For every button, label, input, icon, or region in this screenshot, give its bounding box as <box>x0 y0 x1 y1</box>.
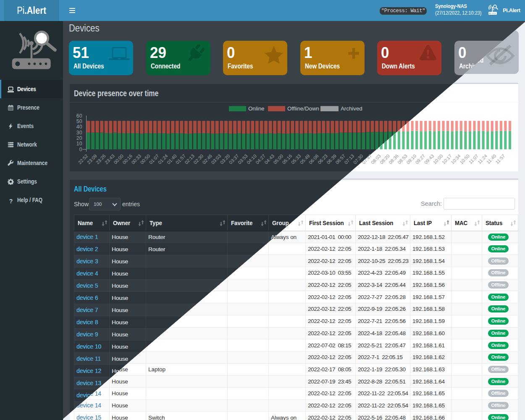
svg-text:20: 20 <box>76 135 82 141</box>
svg-text:11:24: 11:24 <box>477 153 488 165</box>
svg-text:11:57: 11:57 <box>494 153 506 165</box>
svg-text:02:13: 02:13 <box>184 153 195 165</box>
svg-text:00:00: 00:00 <box>113 153 124 165</box>
svg-text:11:40: 11:40 <box>486 153 497 165</box>
svg-text:Offline/Down: Offline/Down <box>287 105 319 112</box>
svg-text:00:33: 00:33 <box>130 153 142 165</box>
svg-text:23:26: 23:26 <box>95 153 107 165</box>
svg-text:50: 50 <box>76 118 82 124</box>
svg-text:08:36: 08:36 <box>388 153 399 165</box>
svg-text:08:53: 08:53 <box>396 153 408 165</box>
svg-text:06:57: 06:57 <box>334 153 346 165</box>
svg-text:00:16: 00:16 <box>121 153 133 165</box>
svg-text:10:50: 10:50 <box>459 153 470 165</box>
svg-text:00:50: 00:50 <box>139 153 151 165</box>
svg-text:01:07: 01:07 <box>148 153 160 165</box>
svg-text:06:39: 06:39 <box>326 153 337 165</box>
svg-text:03:03: 03:03 <box>210 153 222 165</box>
svg-text:Online: Online <box>248 105 264 112</box>
svg-text:08:03: 08:03 <box>370 153 382 165</box>
svg-text:10:00: 10:00 <box>432 153 444 165</box>
svg-text:09:43: 09:43 <box>423 153 435 165</box>
svg-text:06:06: 06:06 <box>308 153 320 165</box>
svg-text:04:43: 04:43 <box>263 153 275 165</box>
svg-text:30: 30 <box>76 130 82 136</box>
svg-text:10: 10 <box>76 141 82 147</box>
svg-text:0: 0 <box>79 147 82 152</box>
svg-text:09:10: 09:10 <box>405 153 417 165</box>
svg-text:05:33: 05:33 <box>290 153 302 165</box>
svg-text:Archived: Archived <box>341 105 362 112</box>
svg-text:05:00: 05:00 <box>272 153 284 165</box>
svg-text:01:40: 01:40 <box>166 153 178 165</box>
svg-text:05:49: 05:49 <box>299 153 311 165</box>
svg-text:09:27: 09:27 <box>414 153 426 165</box>
svg-text:01:57: 01:57 <box>175 153 186 165</box>
svg-text:03:53: 03:53 <box>237 153 249 165</box>
svg-text:03:20: 03:20 <box>219 153 231 165</box>
svg-text:03:37: 03:37 <box>228 153 240 165</box>
svg-text:02:46: 02:46 <box>201 153 213 165</box>
svg-text:23:43: 23:43 <box>104 153 116 165</box>
svg-text:10:17: 10:17 <box>441 153 453 165</box>
svg-text:10:34: 10:34 <box>450 153 462 165</box>
svg-text:04:10: 04:10 <box>246 153 257 165</box>
svg-text:02:30: 02:30 <box>192 153 204 165</box>
svg-text:05:16: 05:16 <box>281 153 293 165</box>
svg-text:40: 40 <box>76 124 82 130</box>
svg-text:22:52: 22:52 <box>77 153 89 165</box>
svg-text:06:23: 06:23 <box>317 153 328 165</box>
svg-text:01:24: 01:24 <box>157 153 169 165</box>
svg-text:04:27: 04:27 <box>255 153 266 165</box>
svg-text:60: 60 <box>76 113 82 119</box>
svg-text:11:07: 11:07 <box>468 153 479 165</box>
svg-text:07:13: 07:13 <box>343 153 355 165</box>
svg-text:23:09: 23:09 <box>86 153 98 165</box>
svg-text:08:20: 08:20 <box>379 153 391 165</box>
